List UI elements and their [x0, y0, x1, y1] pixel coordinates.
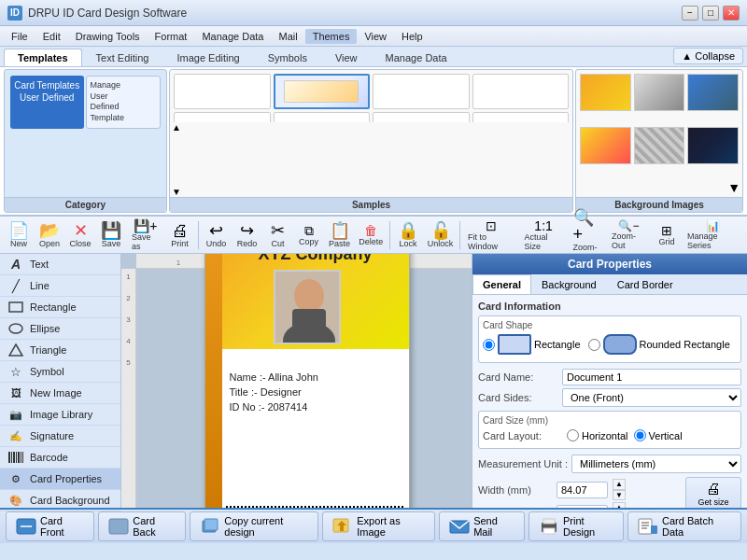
tab-image-editing[interactable]: Image Editing	[162, 49, 253, 66]
sample-4[interactable]	[472, 74, 570, 109]
close-button[interactable]: ✕	[723, 6, 740, 21]
tool-barcode[interactable]: Barcode	[0, 447, 120, 469]
toolbar-grid[interactable]: ⊞ Grid	[652, 221, 682, 249]
tool-line[interactable]: ╱ Line	[0, 275, 120, 297]
tool-rectangle[interactable]: Rectangle	[0, 297, 120, 318]
toolbar-paste[interactable]: 📋 Paste	[325, 219, 355, 251]
props-tab-general[interactable]: General	[472, 274, 531, 294]
tool-card-properties[interactable]: ⚙ Card Properties	[0, 469, 120, 490]
card-back-button[interactable]: Card Back	[98, 511, 186, 541]
shape-rectangle-option[interactable]: Rectangle	[483, 334, 581, 355]
bg-scroll-down[interactable]: ▼	[727, 180, 740, 195]
sample-7[interactable]	[373, 112, 470, 122]
bg-thumb-6[interactable]	[687, 127, 739, 164]
props-tab-background[interactable]: Background	[531, 274, 607, 294]
layout-horizontal-radio[interactable]	[567, 429, 579, 441]
bg-thumb-4[interactable]	[580, 127, 631, 164]
id-card[interactable]: XYZ Company Name :- Allina John Title :-…	[204, 254, 410, 508]
bg-thumb-1[interactable]	[580, 74, 631, 111]
toolbar-unlock[interactable]: 🔓 Unlock	[424, 219, 457, 251]
toolbar-print[interactable]: 🖨 Print	[165, 219, 195, 251]
toolbar-actual-size[interactable]: 1:1 Actual Size	[520, 217, 568, 254]
toolbar-delete[interactable]: 🗑 Delete	[356, 221, 388, 249]
send-mail-button[interactable]: Send Mail	[439, 511, 525, 541]
tab-view[interactable]: View	[321, 49, 372, 66]
tool-new-image[interactable]: 🖼 New Image	[0, 383, 120, 404]
tool-ellipse[interactable]: Ellipse	[0, 318, 120, 340]
menu-format[interactable]: Format	[148, 29, 195, 44]
tab-symbols[interactable]: Symbols	[254, 49, 321, 66]
copy-current-design-button[interactable]: Copy current design	[190, 511, 318, 541]
samples-scroll-down[interactable]: ▼	[172, 187, 181, 197]
card-batch-data-button[interactable]: Card Batch Data	[627, 511, 741, 541]
toolbar-open[interactable]: 📂 Open	[35, 219, 64, 251]
tab-manage-data[interactable]: Manage Data	[372, 49, 461, 66]
shape-rounded-radio[interactable]	[588, 339, 600, 351]
height-input[interactable]	[557, 505, 608, 508]
width-up[interactable]: ▲	[613, 479, 626, 490]
sample-2[interactable]	[274, 74, 371, 109]
maximize-button[interactable]: □	[702, 6, 719, 21]
toolbar-new[interactable]: 📄 New	[4, 219, 34, 251]
category-card-templates[interactable]: Card TemplatesUser Defined	[10, 76, 84, 129]
width-down[interactable]: ▼	[613, 490, 626, 501]
card-front-button[interactable]: Card Front	[6, 511, 94, 541]
toolbar-zoom-out[interactable]: 🔍− Zoom-Out	[607, 217, 651, 253]
tab-text-editing[interactable]: Text Editing	[82, 49, 163, 66]
tool-triangle[interactable]: Triangle	[0, 340, 120, 361]
card-sides-select[interactable]: One (Front) Two (Front & Back)	[562, 388, 741, 407]
shape-rounded-option[interactable]: Rounded Rectangle	[588, 334, 730, 355]
layout-vertical-option[interactable]: Vertical	[634, 429, 683, 441]
toolbar-save[interactable]: 💾 Save	[96, 219, 126, 251]
layout-horizontal-option[interactable]: Horizontal	[567, 429, 628, 441]
sample-3[interactable]	[373, 74, 470, 109]
toolbar-cut[interactable]: ✂ Cut	[263, 219, 293, 251]
toolbar-copy[interactable]: ⧉ Copy	[294, 221, 324, 249]
line-icon: ╱	[7, 279, 24, 292]
bg-thumb-5[interactable]	[634, 127, 685, 164]
tool-card-background[interactable]: 🎨 Card Background	[0, 490, 120, 511]
card-canvas[interactable]: XYZ Company Name :- Allina John Title :-…	[142, 273, 472, 508]
category-manage-template[interactable]: ManageUserDefinedTemplate	[86, 76, 162, 129]
card-name-input[interactable]	[562, 369, 741, 385]
toolbar-close[interactable]: ✕ Close	[65, 219, 95, 251]
menu-edit[interactable]: Edit	[35, 29, 68, 44]
menu-file[interactable]: File	[4, 29, 35, 44]
menu-manage-data[interactable]: Manage Data	[194, 29, 271, 44]
tool-text[interactable]: A Text	[0, 254, 120, 275]
measurement-unit-select[interactable]: Millimeters (mm) Inches Pixels	[571, 455, 741, 473]
toolbar-lock[interactable]: 🔒 Lock	[393, 219, 423, 251]
tool-image-library[interactable]: 📷 Image Library	[0, 404, 120, 426]
menu-view[interactable]: View	[357, 29, 394, 44]
minimize-button[interactable]: −	[682, 6, 698, 21]
menu-themes[interactable]: Themes	[305, 29, 358, 44]
sample-1[interactable]	[174, 74, 271, 109]
tool-signature[interactable]: ✍ Signature	[0, 426, 120, 447]
collapse-button[interactable]: ▲ Collapse	[673, 48, 743, 64]
sample-8[interactable]	[472, 112, 570, 122]
shape-rectangle-radio[interactable]	[483, 339, 495, 351]
bg-thumb-2[interactable]	[634, 74, 685, 111]
toolbar-manage-series[interactable]: 📊 Manage Series	[683, 217, 743, 253]
sample-5[interactable]: ◇	[174, 112, 271, 122]
tool-symbol[interactable]: ☆ Symbol	[0, 361, 120, 383]
tab-templates[interactable]: Templates	[4, 49, 82, 66]
sample-6[interactable]	[274, 112, 371, 122]
width-input[interactable]	[557, 482, 608, 498]
height-up[interactable]: ▲	[613, 502, 626, 508]
toolbar-redo[interactable]: ↪ Redo	[233, 219, 262, 251]
samples-scroll-up[interactable]: ▲	[172, 122, 181, 133]
status-bar: Card Front Card Back Copy current design…	[0, 508, 747, 543]
toolbar-undo[interactable]: ↩ Undo	[202, 219, 232, 251]
toolbar-save-as[interactable]: 💾+ Save as	[127, 217, 164, 254]
props-tab-card-border[interactable]: Card Border	[607, 274, 684, 294]
toolbar-fit-window[interactable]: ⊡ Fit to Window	[463, 217, 519, 254]
menu-drawing-tools[interactable]: Drawing Tools	[68, 29, 148, 44]
export-as-image-button[interactable]: Export as Image	[322, 511, 435, 541]
print-design-button[interactable]: Print Design	[529, 511, 624, 541]
menu-mail[interactable]: Mail	[271, 29, 304, 44]
bg-thumb-3[interactable]	[687, 74, 739, 111]
layout-vertical-radio[interactable]	[634, 429, 646, 441]
menu-help[interactable]: Help	[394, 29, 430, 44]
get-size-from-printer-button[interactable]: 🖨 Get sizefrom Printer	[685, 477, 741, 508]
